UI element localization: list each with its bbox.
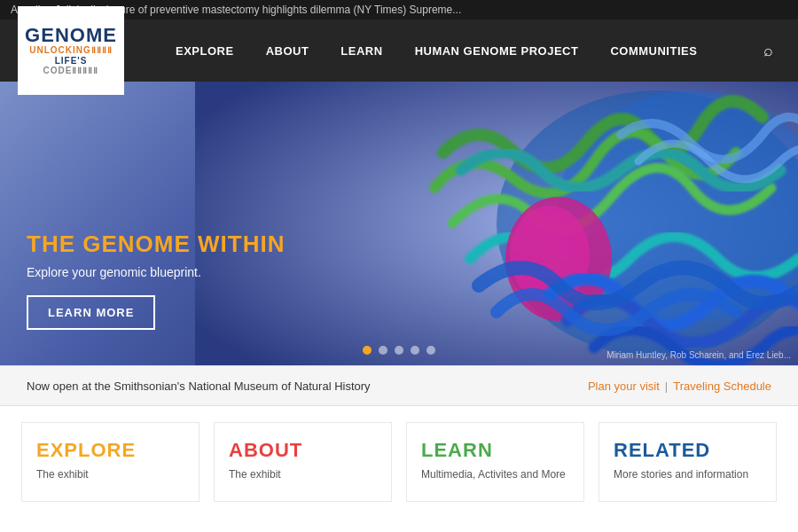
card-related[interactable]: RELATED More stories and information [598,422,777,502]
carousel-dot-4[interactable] [411,346,419,355]
logo-genome-text: GENOME [25,26,117,45]
photo-credit: Miriam Huntley, Rob Scharein, and Erez L… [606,350,791,360]
carousel-dot-1[interactable] [363,346,372,355]
nav-hgp[interactable]: HUMAN GENOME PROJECT [399,20,595,82]
logo-lifes-text: LIFE'S [55,56,88,66]
card-explore-desc: The exhibit [36,467,184,482]
plan-visit-link[interactable]: Plan your visit [588,379,660,393]
carousel-dot-2[interactable] [379,346,387,355]
info-bar: Now open at the Smithsonian's National M… [0,365,798,406]
nav-communities[interactable]: COMMUNITIES [594,20,713,82]
traveling-schedule-link[interactable]: Traveling Schedule [673,379,771,393]
hero-section: THE GENOME WITHIN Explore your genomic b… [0,82,798,365]
nav-links: EXPLORE ABOUT LEARN HUMAN GENOME PROJECT… [160,20,713,82]
navbar: GENOME UNLOCKINGⅡⅡⅡⅡ LIFE'S CODEⅡⅡⅡⅡⅡ EX… [0,20,798,82]
museum-info-text: Now open at the Smithsonian's National M… [27,379,371,393]
card-learn[interactable]: LEARN Multimedia, Activites and More [406,422,584,502]
card-about-title: ABOUT [229,439,377,462]
card-explore[interactable]: EXPLORE The exhibit [21,422,200,502]
carousel-dot-3[interactable] [395,346,403,355]
hero-subtitle: Explore your genomic blueprint. [27,265,285,279]
hero-title: THE GENOME WITHIN [27,231,285,258]
card-related-desc: More stories and information [614,467,762,482]
card-related-title: RELATED [614,439,762,462]
hero-text-block: THE GENOME WITHIN Explore your genomic b… [27,231,285,330]
card-about[interactable]: ABOUT The exhibit [214,422,392,502]
site-logo[interactable]: GENOME UNLOCKINGⅡⅡⅡⅡ LIFE'S CODEⅡⅡⅡⅡⅡ [18,6,124,95]
nav-about[interactable]: ABOUT [250,20,325,82]
info-links: Plan your visit | Traveling Schedule [588,379,771,393]
card-about-desc: The exhibit [229,467,377,482]
card-learn-title: LEARN [421,439,569,462]
info-separator: | [665,379,668,393]
hero-visualization [195,82,798,365]
logo-code-text: CODEⅡⅡⅡⅡⅡ [43,66,99,75]
nav-explore[interactable]: EXPLORE [160,20,250,82]
logo-unlocking-text: UNLOCKINGⅡⅡⅡⅡ [29,45,113,56]
carousel-dots [363,346,435,355]
carousel-dot-5[interactable] [426,346,435,355]
learn-more-button[interactable]: LEARN MORE [27,295,155,330]
nav-learn[interactable]: LEARN [325,20,398,82]
cards-section: EXPLORE The exhibit ABOUT The exhibit LE… [0,406,798,518]
card-explore-title: EXPLORE [36,439,184,462]
card-learn-desc: Multimedia, Activites and More [421,467,569,482]
search-icon[interactable]: ⌕ [756,35,780,67]
